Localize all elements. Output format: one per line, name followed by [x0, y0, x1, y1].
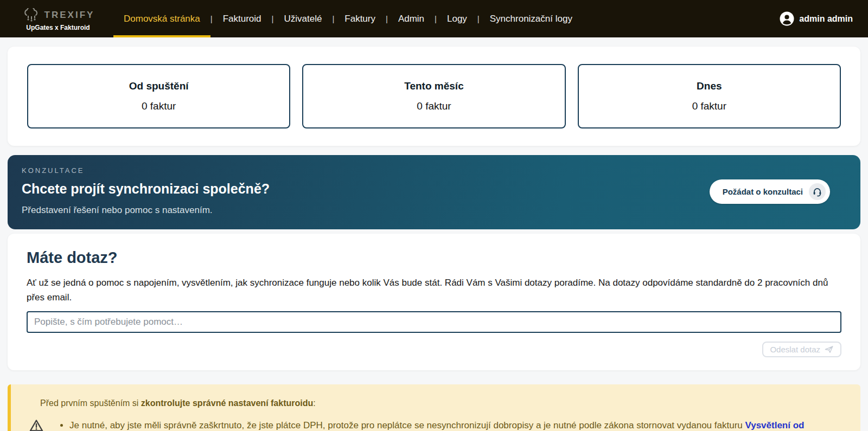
nav-item-fakturoid[interactable]: Fakturoid [221, 0, 264, 37]
nav-separator: | [210, 14, 213, 23]
send-icon [825, 345, 834, 353]
stat-title: Tento měsíc [404, 80, 463, 92]
question-actions: Odeslat dotaz [27, 342, 841, 357]
page-content: Od spuštění 0 faktur Tento měsíc 0 faktu… [0, 37, 868, 431]
nav-item-admin[interactable]: Admin [396, 0, 426, 37]
stat-card-od-spusteni: Od spuštění 0 faktur [27, 64, 290, 128]
nav-separator: | [272, 14, 274, 23]
user-name: admin admin [799, 14, 853, 24]
stat-card-dnes: Dnes 0 faktur [578, 64, 841, 128]
consultation-banner: KONZULTACE Chcete projít synchronizaci s… [8, 155, 860, 229]
nav-separator: | [435, 14, 437, 23]
warning-triangle-icon [29, 419, 43, 431]
nav-item-synchronizacni-logy[interactable]: Synchronizační logy [488, 0, 575, 37]
warning-bullet-text: Je nutné, aby jste měli správně zaškrtnu… [69, 420, 745, 430]
nav-separator: | [332, 14, 334, 23]
main-nav: Domovská stránka | Fakturoid | Uživatelé… [122, 0, 575, 37]
request-consultation-button[interactable]: Požádat o konzultaci [710, 179, 830, 204]
nav-item-logy[interactable]: Logy [445, 0, 469, 37]
warning-intro-normal: Před prvním spuštěním si [40, 398, 141, 408]
warning-list: Je nutné, aby jste měli správně zaškrtnu… [43, 419, 850, 431]
request-consultation-label: Požádat o konzultaci [723, 187, 803, 196]
nav-separator: | [477, 14, 480, 23]
app-logo[interactable]: TREXIFY UpGates x Fakturoid [0, 0, 116, 37]
stat-value: 0 faktur [417, 100, 451, 112]
top-navbar: TREXIFY UpGates x Fakturoid Domovská str… [0, 0, 868, 37]
send-question-label: Odeslat dotaz [770, 345, 820, 354]
user-avatar-icon [780, 11, 794, 26]
stat-title: Dnes [697, 80, 722, 92]
stat-title: Od spuštění [129, 80, 189, 92]
consultation-subtitle: Představení řešení nebo pomoc s nastaven… [22, 205, 270, 216]
headset-icon [809, 183, 826, 200]
consultation-text: KONZULTACE Chcete projít synchronizaci s… [22, 166, 270, 216]
warning-intro: Před prvním spuštěním si zkontrolujte sp… [40, 398, 850, 408]
nav-item-domovska-stranka[interactable]: Domovská stránka [122, 0, 202, 37]
stats-section: Od spuštění 0 faktur Tento měsíc 0 faktu… [8, 47, 860, 146]
question-body-text: Ať už se jedná o pomoc s napojením, vysv… [27, 275, 841, 305]
stat-value: 0 faktur [142, 100, 176, 112]
warning-intro-bold: zkontrolujte správné nastavení fakturoid… [141, 398, 313, 408]
user-menu[interactable]: admin admin [780, 0, 853, 37]
question-input[interactable] [27, 311, 841, 333]
question-title: Máte dotaz? [27, 249, 841, 267]
stat-value: 0 faktur [692, 100, 726, 112]
consultation-eyebrow: KONZULTACE [22, 166, 270, 175]
nav-item-faktury[interactable]: Faktury [342, 0, 378, 37]
cloud-logo-icon [22, 8, 41, 22]
logo-subtitle: UpGates x Fakturoid [26, 24, 90, 31]
warning-intro-colon: : [313, 398, 315, 408]
send-question-button[interactable]: Odeslat dotaz [762, 342, 841, 357]
consultation-title: Chcete projít synchronizaci společně? [22, 181, 270, 197]
stat-card-tento-mesic: Tento měsíc 0 faktur [302, 64, 565, 128]
nav-separator: | [386, 14, 388, 23]
nav-item-uzivatele[interactable]: Uživatelé [282, 0, 324, 37]
warning-list-row: Je nutné, aby jste měli správně zaškrtnu… [29, 419, 850, 431]
warning-list-item: Je nutné, aby jste měli správně zaškrtnu… [69, 419, 850, 431]
setup-warning-banner: Před prvním spuštěním si zkontrolujte sp… [8, 384, 860, 431]
question-section: Máte dotaz? Ať už se jedná o pomoc s nap… [8, 234, 860, 370]
logo-title: TREXIFY [44, 10, 95, 21]
